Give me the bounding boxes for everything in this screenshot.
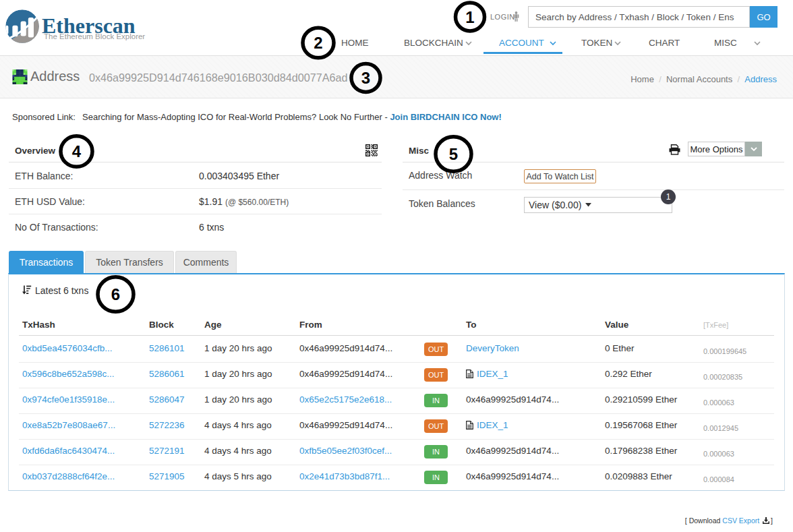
svg-text:4: 4 xyxy=(72,142,82,160)
svg-text:5: 5 xyxy=(449,145,458,163)
svg-text:1: 1 xyxy=(465,8,474,26)
svg-text:2: 2 xyxy=(314,34,322,52)
